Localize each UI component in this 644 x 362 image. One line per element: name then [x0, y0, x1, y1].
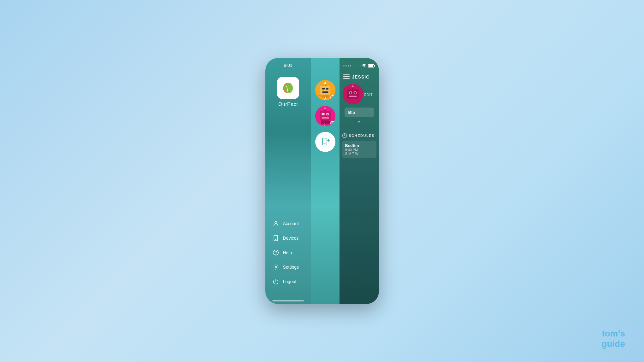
child-detail-avatar: [343, 84, 363, 104]
power-icon: [272, 278, 279, 285]
right-status-bar: [340, 58, 379, 74]
left-panel: 9:01 OurPact: [265, 58, 311, 304]
online-dot-2: [330, 121, 335, 126]
help-icon: [272, 249, 279, 256]
schedule-name: Bedtim: [345, 143, 373, 148]
edit-button[interactable]: EDIT: [364, 93, 373, 96]
svg-rect-36: [369, 65, 373, 67]
svg-rect-25: [322, 117, 329, 119]
username-display: JESSIC: [352, 74, 370, 79]
svg-rect-18: [320, 111, 331, 120]
svg-rect-35: [374, 65, 375, 67]
svg-rect-10: [322, 91, 328, 93]
hamburger-menu-icon[interactable]: [343, 74, 350, 80]
menu-item-devices[interactable]: Devices: [269, 231, 308, 245]
svg-rect-9: [326, 88, 328, 90]
schedule-card: Bedtim 9:00 PM S M T W: [342, 141, 376, 158]
schedule-time: 9:00 PM: [345, 148, 373, 152]
logout-label: Logout: [283, 279, 297, 284]
svg-rect-41: [347, 89, 359, 98]
schedules-header: SCHEDULES: [342, 133, 376, 138]
help-label: Help: [283, 250, 292, 255]
right-header: JESSIC: [340, 74, 379, 83]
menu-item-help[interactable]: Help: [269, 246, 308, 259]
svg-point-12: [324, 82, 326, 84]
app-logo: [277, 77, 299, 99]
svg-rect-37: [343, 74, 350, 75]
app-name: OurPact: [278, 102, 298, 107]
menu-items: Account Devices: [265, 217, 311, 304]
schedules-section: SCHEDULES Bedtim 9:00 PM S M T W: [340, 131, 379, 161]
child-avatar-1[interactable]: J: [315, 80, 335, 100]
menu-item-logout[interactable]: Logout: [269, 275, 308, 288]
allow-text: A: [342, 119, 376, 126]
online-dot-1: [330, 95, 335, 100]
svg-rect-14: [318, 95, 321, 96]
svg-rect-38: [343, 76, 350, 77]
home-indicator: [272, 300, 304, 301]
settings-label: Settings: [283, 265, 299, 270]
svg-point-48: [352, 85, 353, 87]
svg-point-45: [354, 92, 356, 94]
svg-point-4: [275, 254, 276, 254]
person-icon: [272, 220, 279, 227]
svg-rect-1: [274, 236, 278, 241]
svg-rect-7: [320, 86, 330, 95]
toms-guide-watermark: tom's guide: [601, 328, 625, 349]
svg-point-24: [327, 114, 328, 115]
menu-item-account[interactable]: Account: [269, 217, 308, 230]
signal-dots: [343, 65, 351, 67]
svg-point-5: [275, 266, 276, 268]
gear-icon: [272, 264, 279, 271]
child-avatar-2[interactable]: J: [315, 106, 335, 126]
account-label: Account: [283, 221, 299, 226]
svg-text:J: J: [324, 123, 326, 126]
status-icons: [362, 64, 375, 68]
schedule-days: S M T W: [345, 152, 373, 155]
tablet-icon: [272, 235, 279, 242]
svg-point-44: [350, 92, 351, 94]
svg-point-0: [275, 221, 277, 224]
middle-panel: J: [311, 58, 340, 304]
block-section: Blo A: [340, 105, 379, 131]
svg-text:J: J: [324, 97, 326, 100]
app-logo-container: OurPact: [277, 77, 299, 107]
right-panel: JESSIC EDIT: [340, 58, 379, 304]
svg-rect-39: [343, 78, 350, 79]
block-button[interactable]: Blo: [345, 108, 374, 117]
menu-item-settings[interactable]: Settings: [269, 260, 308, 274]
add-child-button[interactable]: [315, 132, 335, 152]
status-time: 9:01: [284, 63, 292, 68]
devices-label: Devices: [283, 236, 299, 241]
phone-container: 9:01 OurPact: [265, 58, 379, 304]
schedules-label: SCHEDULES: [349, 134, 375, 137]
svg-point-23: [322, 114, 323, 115]
svg-point-27: [324, 108, 326, 109]
svg-rect-46: [349, 96, 357, 97]
svg-rect-8: [322, 88, 325, 90]
svg-point-2: [275, 239, 276, 240]
